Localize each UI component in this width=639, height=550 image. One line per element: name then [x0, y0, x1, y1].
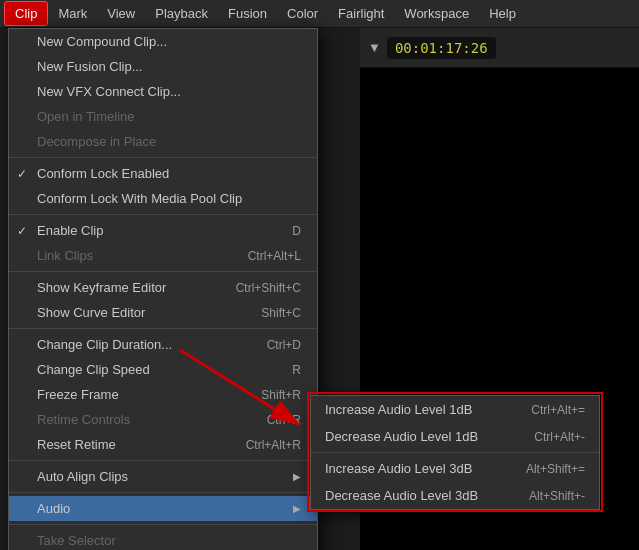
clip-dropdown-menu[interactable]: New Compound Clip... New Fusion Clip... …: [8, 28, 318, 550]
menu-auto-align-clips[interactable]: Auto Align Clips: [9, 464, 317, 489]
menu-show-curve-editor[interactable]: Show Curve EditorShift+C: [9, 300, 317, 325]
menu-decrease-audio-3db[interactable]: Decrease Audio Level 3dB Alt+Shift+-: [311, 482, 599, 509]
menu-decompose: Decompose in Place: [9, 129, 317, 154]
menu-color[interactable]: Color: [277, 2, 328, 25]
menu-retime-controls: Retime ControlsCtrl+R: [9, 407, 317, 432]
divider-4: [9, 328, 317, 329]
menu-freeze-frame[interactable]: Freeze FrameShift+R: [9, 382, 317, 407]
menu-change-clip-speed[interactable]: Change Clip SpeedR: [9, 357, 317, 382]
divider-6: [9, 492, 317, 493]
increase-3db-shortcut: Alt+Shift+=: [526, 462, 585, 476]
audio-submenu[interactable]: Increase Audio Level 1dB Ctrl+Alt+= Decr…: [310, 395, 600, 510]
divider-5: [9, 460, 317, 461]
menu-fairlight[interactable]: Fairlight: [328, 2, 394, 25]
increase-1db-label: Increase Audio Level 1dB: [325, 402, 472, 417]
increase-1db-shortcut: Ctrl+Alt+=: [531, 403, 585, 417]
menu-new-fusion-clip[interactable]: New Fusion Clip...: [9, 54, 317, 79]
menu-conform-lock-pool[interactable]: Conform Lock With Media Pool Clip: [9, 186, 317, 211]
menu-show-keyframe-editor[interactable]: Show Keyframe EditorCtrl+Shift+C: [9, 275, 317, 300]
menu-open-timeline: Open in Timeline: [9, 104, 317, 129]
menu-new-compound-clip[interactable]: New Compound Clip...: [9, 29, 317, 54]
menu-workspace[interactable]: Workspace: [394, 2, 479, 25]
menu-audio[interactable]: Audio: [9, 496, 317, 521]
divider-7: [9, 524, 317, 525]
menu-take-selector: Take Selector: [9, 528, 317, 550]
divider-2: [9, 214, 317, 215]
decrease-1db-label: Decrease Audio Level 1dB: [325, 429, 478, 444]
divider-3: [9, 271, 317, 272]
menu-decrease-audio-1db[interactable]: Decrease Audio Level 1dB Ctrl+Alt+-: [311, 423, 599, 450]
increase-3db-label: Increase Audio Level 3dB: [325, 461, 472, 476]
dropdown-chevron[interactable]: ▼: [368, 40, 381, 55]
menu-increase-audio-1db[interactable]: Increase Audio Level 1dB Ctrl+Alt+=: [311, 396, 599, 423]
right-top-bar: ▼ 00:01:17:26: [360, 28, 639, 68]
timecode-display: 00:01:17:26: [387, 37, 496, 59]
menu-fusion[interactable]: Fusion: [218, 2, 277, 25]
decrease-3db-label: Decrease Audio Level 3dB: [325, 488, 478, 503]
menu-reset-retime[interactable]: Reset RetimeCtrl+Alt+R: [9, 432, 317, 457]
decrease-3db-shortcut: Alt+Shift+-: [529, 489, 585, 503]
menu-link-clips: Link ClipsCtrl+Alt+L: [9, 243, 317, 268]
menu-view[interactable]: View: [97, 2, 145, 25]
divider-1: [9, 157, 317, 158]
audio-submenu-divider: [311, 452, 599, 453]
menu-mark[interactable]: Mark: [48, 2, 97, 25]
menu-clip[interactable]: Clip: [4, 1, 48, 26]
menu-increase-audio-3db[interactable]: Increase Audio Level 3dB Alt+Shift+=: [311, 455, 599, 482]
menu-bar: Clip Mark View Playback Fusion Color Fai…: [0, 0, 639, 28]
menu-enable-clip[interactable]: Enable ClipD: [9, 218, 317, 243]
menu-conform-lock-enabled[interactable]: Conform Lock Enabled: [9, 161, 317, 186]
decrease-1db-shortcut: Ctrl+Alt+-: [534, 430, 585, 444]
menu-help[interactable]: Help: [479, 2, 526, 25]
menu-playback[interactable]: Playback: [145, 2, 218, 25]
menu-change-clip-duration[interactable]: Change Clip Duration...Ctrl+D: [9, 332, 317, 357]
menu-new-vfx-clip[interactable]: New VFX Connect Clip...: [9, 79, 317, 104]
